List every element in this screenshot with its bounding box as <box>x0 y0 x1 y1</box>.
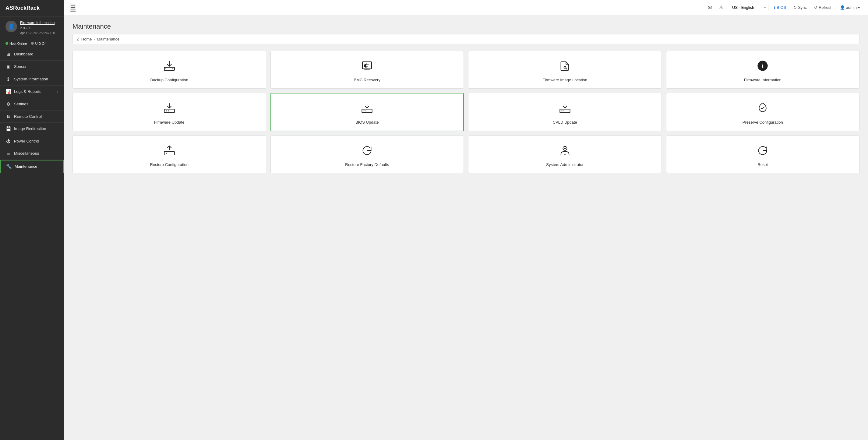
refresh-icon: ↺ <box>814 5 817 10</box>
card-firmware-update[interactable]: Firmware Update <box>72 93 266 131</box>
dashboard-nav-label: Dashboard <box>14 52 33 56</box>
restore-configuration-icon <box>163 144 176 158</box>
power-control-nav-label: Power Control <box>14 139 39 144</box>
remote-control-nav-label: Remote Control <box>14 114 42 119</box>
svg-point-22 <box>564 148 565 149</box>
reset-label: Reset <box>757 162 768 167</box>
firmware-date: Apr 12 2024 02:25:47 UTC <box>20 31 57 35</box>
card-bios-update[interactable]: BIOS Update <box>271 93 464 131</box>
firmware-info-link[interactable]: Firmware Information <box>20 20 57 26</box>
cpld-update-icon <box>559 102 571 116</box>
system-information-nav-icon: ℹ <box>5 76 11 82</box>
card-preserve-configuration[interactable]: Preserve Configuration <box>666 93 860 131</box>
logs-reports-nav-label: Logs & Reports <box>14 89 41 94</box>
card-cpld-update[interactable]: CPLD Update <box>468 93 662 131</box>
image-redirection-nav-label: Image Redirection <box>14 126 46 131</box>
app-logo: ASRockRack <box>0 0 64 17</box>
system-information-nav-label: System Information <box>14 77 48 81</box>
card-restore-configuration[interactable]: Restore Configuration <box>72 135 266 173</box>
card-firmware-image-location[interactable]: Firmware Image Location <box>468 51 662 89</box>
host-status-dot <box>5 42 8 45</box>
breadcrumb-current: Maintenance <box>97 37 119 41</box>
sensor-nav-icon: ◉ <box>5 64 11 69</box>
refresh-button[interactable]: ↺ Refresh <box>812 4 835 11</box>
dashboard-nav-icon: ⊞ <box>5 52 11 57</box>
sensor-nav-label: Sensor <box>14 64 27 69</box>
maintenance-nav-label: Maintenance <box>14 164 37 169</box>
breadcrumb-home-icon: ⌂ <box>77 37 80 41</box>
card-system-administrator[interactable]: System Administrator <box>468 135 662 173</box>
sync-button[interactable]: ↻ Sync <box>792 4 809 11</box>
sidebar-item-logs-reports[interactable]: 📊 Logs & Reports › <box>0 86 64 98</box>
sidebar-item-image-redirection[interactable]: 💾 Image Redirection <box>0 123 64 135</box>
breadcrumb: ⌂ Home › Maintenance <box>72 34 860 44</box>
bios-update-label: BIOS Update <box>355 120 379 125</box>
backup-configuration-label: Backup Configuration <box>151 77 188 82</box>
notification-button[interactable]: ✉ <box>706 3 714 11</box>
admin-menu-button[interactable]: 👤 admin ▾ <box>838 4 862 11</box>
svg-point-17 <box>561 111 562 112</box>
card-bmc-recovery[interactable]: BMC Recovery <box>271 51 464 89</box>
sidebar-item-maintenance[interactable]: 🔧 Maintenance <box>0 160 64 173</box>
bmc-recovery-label: BMC Recovery <box>354 77 380 82</box>
preserve-configuration-label: Preserve Configuration <box>743 120 783 125</box>
sidebar-item-remote-control[interactable]: 🖥 Remote Control <box>0 111 64 123</box>
svg-rect-19 <box>164 151 174 155</box>
firmware-image-location-label: Firmware Image Location <box>542 77 587 82</box>
bios-button[interactable]: ℹ BIOS <box>772 4 788 11</box>
breadcrumb-separator: › <box>94 37 95 41</box>
card-backup-configuration[interactable]: Backup Configuration <box>72 51 266 89</box>
sidebar-item-sensor[interactable]: ◉ Sensor <box>0 61 64 73</box>
image-redirection-nav-icon: 💾 <box>5 126 11 131</box>
restore-configuration-label: Restore Configuration <box>150 162 188 167</box>
svg-point-3 <box>173 68 173 69</box>
alert-button[interactable]: ⚠ <box>717 3 725 11</box>
maintenance-card-grid: Backup Configuration BMC Recovery Firmwa… <box>72 51 860 173</box>
svg-line-7 <box>565 68 567 69</box>
sidebar-item-miscellaneous[interactable]: ☰ Miscellaneous <box>0 147 64 160</box>
svg-point-11 <box>166 111 166 112</box>
header: ☰ ✉ ⚠ US - English ℹ BIOS ↻ Sync ↺ Refre… <box>64 0 868 15</box>
main-wrapper: ☰ ✉ ⚠ US - English ℹ BIOS ↻ Sync ↺ Refre… <box>64 0 868 440</box>
sync-icon: ↻ <box>794 5 797 10</box>
firmware-update-icon <box>163 102 176 116</box>
power-control-nav-icon: ⏻ <box>5 138 11 144</box>
system-administrator-icon <box>559 144 571 158</box>
miscellaneous-nav-label: Miscellaneous <box>14 151 39 156</box>
sidebar-item-dashboard[interactable]: ⊞ Dashboard <box>0 48 64 61</box>
logs-reports-nav-icon: 📊 <box>5 89 11 94</box>
status-bar: Host Online UID Off <box>0 39 64 48</box>
menu-toggle-button[interactable]: ☰ <box>70 4 76 11</box>
sidebar-item-system-information[interactable]: ℹ System Information <box>0 73 64 86</box>
firmware-information-label: Firmware Information <box>744 77 781 82</box>
system-administrator-label: System Administrator <box>546 162 584 167</box>
svg-point-20 <box>166 153 166 154</box>
card-restore-factory-defaults[interactable]: Restore Factory Defaults <box>271 135 464 173</box>
breadcrumb-home-link[interactable]: Home <box>81 37 92 41</box>
card-reset[interactable]: Reset <box>666 135 860 173</box>
svg-point-14 <box>364 111 365 112</box>
firmware-update-label: Firmware Update <box>154 120 185 125</box>
uid-status-dot <box>31 42 34 45</box>
language-select[interactable]: US - English <box>729 4 768 11</box>
backup-configuration-icon <box>163 60 176 73</box>
admin-dropdown-icon: ▾ <box>858 5 860 10</box>
nav-list: ⊞ Dashboard ◉ Sensor ℹ System Informatio… <box>0 48 64 173</box>
svg-point-12 <box>168 111 169 112</box>
admin-icon: 👤 <box>840 5 845 10</box>
reset-icon <box>756 144 769 158</box>
svg-point-18 <box>563 111 564 112</box>
sidebar: ASRockRack 👤 Firmware Information 2.05.0… <box>0 0 64 440</box>
page-title: Maintenance <box>72 23 860 30</box>
main-content: Maintenance ⌂ Home › Maintenance Backup … <box>64 15 868 440</box>
bios-update-icon <box>361 102 373 116</box>
sidebar-item-settings[interactable]: ⚙ Settings <box>0 98 64 111</box>
svg-rect-10 <box>164 109 174 113</box>
sidebar-item-power-control[interactable]: ⏻ Power Control <box>0 135 64 147</box>
bmc-recovery-icon <box>361 60 373 73</box>
avatar: 👤 <box>5 21 17 32</box>
card-firmware-information[interactable]: i Firmware Information <box>666 51 860 89</box>
sidebar-user-info: 👤 Firmware Information 2.05.00 Apr 12 20… <box>0 17 64 39</box>
restore-factory-defaults-icon <box>361 144 373 158</box>
settings-nav-label: Settings <box>14 102 28 106</box>
